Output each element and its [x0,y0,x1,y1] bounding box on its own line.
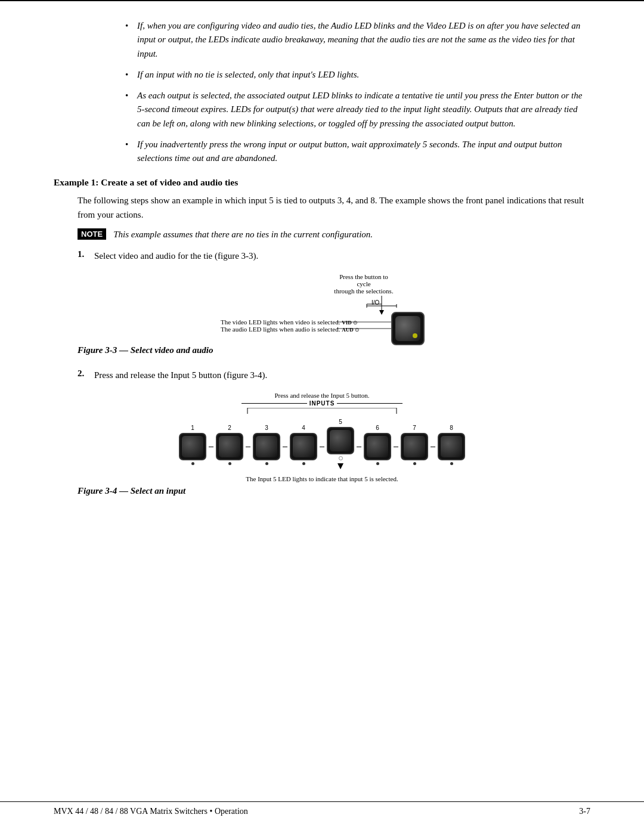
fig34-btn-5-face [330,430,351,451]
content-area: If, when you are configuring video and a… [0,1,644,557]
footer-bullet: • [209,807,212,816]
footer-page: 3-7 [579,807,590,816]
fig34-btn-6-face [367,436,388,457]
fig34-btn-7-dot [413,462,416,465]
fig34-btn-6-body [364,433,391,460]
fig34-btn-5: 5 [327,427,354,472]
fig34-btn-5-body [327,427,354,454]
connector-1-2 [209,447,213,447]
fig34-btn-2-body [216,433,243,460]
fig34-btn-5-dot-ring [339,456,343,460]
fig34-btn-5-num: 5 [339,419,342,425]
fig34-btn-1-num: 1 [191,425,194,431]
step-1: 1. Select video and audio for the tie (f… [78,249,590,263]
fig33-annot-top: Press the button to cycle through the se… [334,273,394,295]
bullet-item-3: As each output is selected, the associat… [125,89,590,131]
step-1-num: 1. [78,249,88,259]
fig34-btn-8: 8 [438,433,465,465]
fig33-io-label: I/O [371,299,379,306]
bullet-item-2: If an input with no tie is selected, onl… [125,68,590,82]
fig34-btn-1: 1 [179,433,206,465]
fig34-btn-3-face [256,436,277,457]
fig34-btn-4-dot [302,462,305,465]
fig34-btn-6: 6 [364,433,391,465]
fig34-btn-3: 3 [253,433,280,465]
section-heading: Example 1: Create a set of video and aud… [54,177,590,188]
fig33-led-dot [413,333,417,338]
fig34-btn-6-num: 6 [376,425,379,431]
fig34-bracket-down [244,408,400,416]
fig34-btn-4-body [290,433,317,460]
svg-marker-3 [379,310,384,315]
svg-marker-12 [338,463,343,469]
bullet-list: If, when you are configuring video and a… [125,19,590,165]
fig34-btn-2-num: 2 [228,425,231,431]
fig34-btn-1-face [182,436,203,457]
fig34-inputs-label-row: INPUTS [242,400,403,407]
fig33-aud-label: The audio LED lights when audio is selec… [221,326,360,333]
fig34-btn-7-body [401,433,428,460]
figure-3-3-container: Press the button to cycle through the se… [54,273,590,364]
fig34-btn-4: 4 [290,433,317,465]
step-2: 2. Press and release the Input 5 button … [78,368,590,382]
fig34-btn-1-dot [191,462,194,465]
body-paragraph: The following steps show an example in w… [78,194,590,222]
figure-3-3-caption: Figure 3-3 — Select video and audio [54,345,590,355]
connector-2-3 [246,447,250,447]
figure-3-4-container: Press and release the Input 5 button. IN… [54,392,590,504]
connector-3-4 [283,447,287,447]
fig34-btn-2-face [219,436,240,457]
fig34-btn-4-num: 4 [302,425,305,431]
fig34-btn-7-face [404,436,425,457]
connector-5-6 [357,447,361,447]
fig34-btn-8-dot [450,462,453,465]
fig34-btn-8-face [441,436,462,457]
note-block: NOTE This example assumes that there are… [78,228,590,241]
fig34-btn-7-num: 7 [413,425,416,431]
fig34-btn-5-arrow [338,462,343,472]
connector-4-5 [320,447,324,447]
bullet-item-4: If you inadvertently press the wrong inp… [125,138,590,166]
fig34-btn-3-dot [265,462,268,465]
connector-7-8 [431,447,435,447]
fig34-btn-2: 2 [216,433,243,465]
fig34-btn-8-num: 8 [450,425,453,431]
footer-title: MVX 44 / 48 / 84 / 88 VGA Matrix Switche… [54,807,208,816]
footer-section: Operation [215,807,248,816]
step-2-text: Press and release the Input 5 button (fi… [94,368,267,382]
fig34-btn-3-body [253,433,280,460]
connector-6-7 [394,447,398,447]
fig34-btn-3-num: 3 [265,425,268,431]
step-1-text: Select video and audio for the tie (figu… [94,249,258,263]
fig33-button [391,312,425,345]
fig34-btn-2-dot [228,462,231,465]
page-footer: MVX 44 / 48 / 84 / 88 VGA Matrix Switche… [0,801,644,816]
fig34-bottom-annot: The Input 5 LED lights to indicate that … [246,475,398,482]
page-container: If, when you are configuring video and a… [0,0,644,833]
fig33-button-face [395,316,420,341]
footer-left: MVX 44 / 48 / 84 / 88 VGA Matrix Switche… [54,807,248,816]
fig34-btn-1-body [179,433,206,460]
step-2-num: 2. [78,368,88,379]
fig34-inputs-label: INPUTS [309,400,335,407]
note-label: NOTE [78,228,106,240]
figure-3-4-caption: Figure 3-4 — Select an input [54,486,590,496]
fig34-btn-4-face [293,436,314,457]
fig34-btn-6-dot [376,462,379,465]
note-text: This example assumes that there are no t… [113,228,373,241]
fig33-vid-label: The video LED lights when video is selec… [221,318,358,326]
figure-3-3-diagram: Press the button to cycle through the se… [215,273,429,342]
fig34-btn-8-body [438,433,465,460]
fig34-buttons-row: 1 2 [177,416,467,472]
figure-3-4-diagram: Press and release the Input 5 button. IN… [149,392,495,482]
bullet-item-1: If, when you are configuring video and a… [125,19,590,61]
fig34-bracket-svg [244,408,400,416]
fig34-top-annot: Press and release the Input 5 button. [274,392,369,399]
fig34-btn-7: 7 [401,433,428,465]
